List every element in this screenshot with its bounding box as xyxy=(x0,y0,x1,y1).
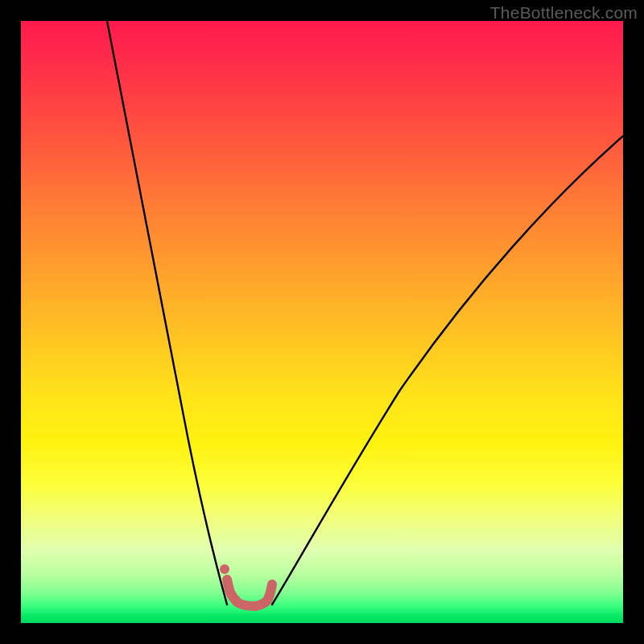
curve-left-branch xyxy=(107,21,227,605)
chart-plot-area xyxy=(21,21,623,623)
chart-curve-layer xyxy=(21,21,623,623)
curve-trough-dot xyxy=(220,564,229,574)
curve-right-branch xyxy=(272,136,623,605)
watermark-text: TheBottleneck.com xyxy=(490,3,638,23)
curve-trough-marker xyxy=(227,580,272,606)
